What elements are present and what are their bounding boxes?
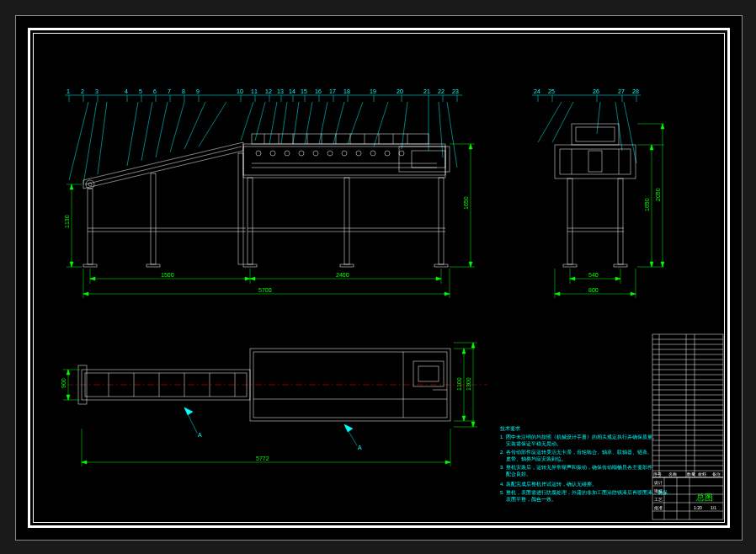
- svg-marker-158: [661, 124, 664, 129]
- ref-23: 23: [452, 88, 459, 94]
- svg-marker-144: [570, 277, 575, 280]
- svg-line-21: [255, 102, 265, 141]
- drawing-title: 总图: [695, 493, 713, 502]
- svg-line-118: [538, 102, 562, 142]
- ref-8: 8: [182, 88, 185, 94]
- sheet: 1/1: [711, 505, 716, 510]
- svg-rect-86: [344, 178, 349, 264]
- dim-total: 5700: [258, 287, 272, 293]
- bom-col-4: 材料: [697, 471, 706, 477]
- svg-marker-184: [67, 370, 70, 375]
- svg-rect-129: [576, 127, 615, 141]
- svg-rect-55: [146, 264, 160, 267]
- cad-frame: 1 2 3 4 5 6 7 8 9 10 11 12 13 14 15 16 1…: [15, 15, 743, 541]
- ref-4: 4: [125, 88, 128, 94]
- svg-marker-108: [90, 277, 95, 280]
- svg-point-73: [299, 151, 304, 156]
- note-3b: 配合良好。: [506, 471, 531, 477]
- ref-14: 14: [289, 88, 295, 94]
- end-elevation: 24 25 26 27 28: [532, 88, 664, 298]
- svg-line-1: [69, 102, 88, 180]
- svg-marker-109: [245, 277, 250, 280]
- svg-line-27: [293, 102, 299, 144]
- sign-check: 审核: [654, 488, 663, 493]
- svg-point-78: [370, 151, 375, 156]
- svg-line-122: [597, 102, 600, 134]
- svg-line-5: [98, 102, 107, 174]
- ref-20: 20: [397, 88, 403, 94]
- svg-line-15: [184, 102, 205, 149]
- svg-line-29: [305, 102, 312, 144]
- note-3: 3. 整机安装后，运转无异常噪声和振动，确保传动顺畅且各主要部件: [500, 464, 652, 470]
- ref-18: 18: [343, 88, 350, 94]
- note-4: 4. 装配完成后整机作试运转，确认无碰擦。: [500, 481, 597, 487]
- ref-1: 1: [67, 88, 70, 94]
- svg-rect-91: [340, 264, 354, 267]
- svg-point-47: [86, 180, 94, 189]
- svg-line-17: [199, 102, 226, 146]
- svg-line-13: [170, 102, 184, 152]
- svg-line-33: [333, 102, 344, 144]
- dim-pw1: 900: [61, 378, 67, 388]
- svg-marker-149: [555, 292, 560, 296]
- dim-h2: 1650: [463, 196, 469, 210]
- svg-point-70: [256, 151, 261, 156]
- sign-proc: 工艺: [654, 497, 663, 502]
- svg-line-37: [374, 102, 388, 146]
- ref-13: 13: [277, 88, 284, 94]
- svg-marker-145: [615, 277, 620, 280]
- ref-3: 3: [95, 88, 98, 94]
- ref-17: 17: [329, 88, 336, 94]
- svg-rect-92: [434, 264, 448, 267]
- svg-rect-58: [252, 134, 429, 144]
- svg-marker-180: [344, 424, 353, 432]
- svg-marker-116: [445, 292, 450, 296]
- dim-eh2: 2050: [655, 188, 661, 201]
- dim-eh1: 1650: [644, 198, 650, 211]
- svg-rect-54: [83, 264, 97, 267]
- svg-rect-135: [567, 178, 572, 264]
- svg-rect-140: [614, 264, 627, 267]
- dim-plen: 5772: [256, 455, 269, 461]
- svg-line-7: [127, 102, 138, 166]
- ref-22: 22: [438, 88, 445, 94]
- ref-21: 21: [423, 88, 430, 94]
- svg-rect-173: [418, 366, 439, 381]
- svg-line-120: [552, 102, 573, 142]
- note-1b: 安装需保证平稳无晃动。: [506, 440, 562, 446]
- svg-rect-131: [560, 149, 631, 174]
- svg-marker-97: [70, 262, 73, 267]
- svg-marker-190: [462, 416, 466, 421]
- ref-6: 6: [153, 88, 157, 94]
- svg-marker-157: [650, 262, 653, 267]
- note-2b: 皮带、轴类均应安装到位。: [506, 455, 567, 461]
- svg-line-126: [624, 102, 636, 163]
- svg-marker-111: [436, 277, 441, 280]
- note-5b: 表面平整，颜色一致。: [506, 496, 556, 502]
- ref-28: 28: [632, 88, 639, 94]
- ref-16: 16: [315, 88, 322, 94]
- svg-rect-139: [563, 264, 577, 267]
- svg-line-43: [439, 102, 443, 157]
- ref-24: 24: [534, 88, 540, 94]
- svg-marker-199: [82, 461, 87, 464]
- svg-marker-195: [471, 422, 475, 427]
- svg-marker-150: [631, 292, 636, 296]
- sign-appr: 批准: [654, 505, 663, 510]
- ref-26: 26: [593, 88, 599, 94]
- svg-line-35: [348, 102, 363, 144]
- svg-marker-200: [445, 461, 450, 464]
- svg-marker-194: [471, 343, 475, 348]
- ref-2: 2: [81, 88, 84, 94]
- svg-marker-96: [70, 184, 73, 189]
- svg-rect-136: [618, 178, 623, 264]
- svg-line-39: [402, 102, 407, 149]
- svg-point-71: [270, 151, 275, 156]
- svg-point-75: [327, 151, 333, 156]
- svg-line-25: [281, 102, 287, 144]
- note-1: 1. 图中未注明的均按照《机械设计手册》的相关规定执行并确保质量。: [500, 434, 658, 439]
- svg-rect-49: [88, 189, 93, 264]
- svg-marker-102: [469, 262, 472, 267]
- ref-11: 11: [251, 88, 258, 94]
- svg-rect-134: [588, 151, 602, 172]
